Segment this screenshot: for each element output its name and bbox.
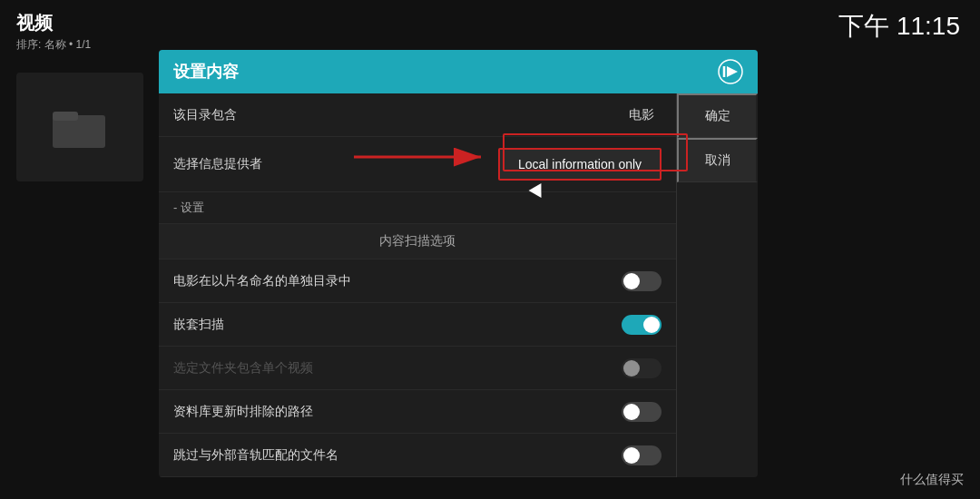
scan-option-label-2: 选定文件夹包含单个视频 xyxy=(173,360,622,377)
settings-sub-row: - 设置 xyxy=(159,192,676,224)
scan-option-toggle-3[interactable] xyxy=(622,402,662,422)
info-provider-row: 选择信息提供者 Local information only xyxy=(159,137,676,192)
directory-contains-row: 该目录包含 电影 xyxy=(159,93,676,137)
scan-option-toggle-0[interactable] xyxy=(622,271,662,291)
scan-option-row-0: 电影在以片名命名的单独目录中 xyxy=(159,259,676,303)
scan-option-toggle-4[interactable] xyxy=(622,445,662,465)
scan-option-row-1: 嵌套扫描 xyxy=(159,303,676,347)
dialog-title: 设置内容 xyxy=(173,61,239,83)
dialog-body: 该目录包含 电影 选择信息提供者 Local information only … xyxy=(159,93,758,477)
scan-option-label-4: 跳过与外部音轨匹配的文件名 xyxy=(173,447,622,464)
dialog-sidebar: 确定 取消 xyxy=(676,93,758,477)
scan-option-label-0: 电影在以片名命名的单独目录中 xyxy=(173,273,622,289)
svg-marker-3 xyxy=(727,66,738,77)
scan-option-toggle-2[interactable] xyxy=(622,358,662,378)
dialog-header: 设置内容 xyxy=(159,50,758,93)
scan-option-row-2: 选定文件夹包含单个视频 xyxy=(159,347,676,390)
sort-label: 排序: 名称 • 1/1 xyxy=(16,37,91,53)
local-info-button[interactable]: Local information only xyxy=(498,148,662,181)
confirm-button[interactable]: 确定 xyxy=(677,93,758,138)
section-header: 视频 排序: 名称 • 1/1 xyxy=(16,11,91,53)
scan-option-toggle-1[interactable] xyxy=(622,315,662,335)
kodi-icon xyxy=(718,59,743,84)
scan-option-label-1: 嵌套扫描 xyxy=(173,317,622,333)
directory-contains-value: 电影 xyxy=(629,107,654,123)
directory-contains-label: 该目录包含 xyxy=(173,107,629,123)
folder-icon xyxy=(53,104,107,150)
cancel-button[interactable]: 取消 xyxy=(677,138,758,182)
settings-dialog: 设置内容 该目录包含 电影 选择信息提供者 Local information … xyxy=(159,50,758,477)
info-provider-label: 选择信息提供者 xyxy=(173,156,498,172)
dialog-main: 该目录包含 电影 选择信息提供者 Local information only … xyxy=(159,93,676,477)
folder-area xyxy=(16,73,143,181)
svg-rect-1 xyxy=(53,112,78,121)
scan-option-row-4: 跳过与外部音轨匹配的文件名 xyxy=(159,434,676,477)
watermark: 什么值得买 xyxy=(900,472,964,488)
section-title: 视频 xyxy=(16,11,91,35)
scan-option-row-3: 资料库更新时排除的路径 xyxy=(159,390,676,434)
clock: 下午 11:15 xyxy=(838,9,960,44)
settings-sub-label: - 设置 xyxy=(173,201,204,214)
scan-options-header: 内容扫描选项 xyxy=(159,224,676,259)
scan-option-label-3: 资料库更新时排除的路径 xyxy=(173,404,622,420)
